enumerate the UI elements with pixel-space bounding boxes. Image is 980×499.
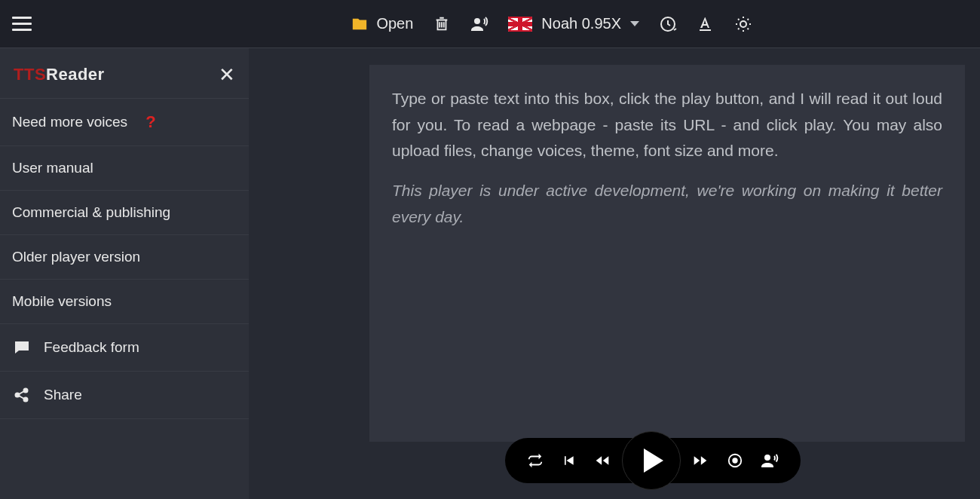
menu-hamburger-icon[interactable]: [12, 12, 36, 36]
open-label: Open: [376, 15, 413, 32]
svg-point-9: [764, 455, 770, 461]
sidebar-item-share[interactable]: Share: [0, 372, 249, 419]
placeholder-paragraph-2: This player is under active development,…: [392, 178, 942, 230]
sidebar-header: TTSReader ✕: [0, 48, 249, 99]
sidebar-item-feedback[interactable]: Feedback form: [0, 324, 249, 372]
sidebar-item-label: Need more voices: [12, 114, 127, 130]
chat-icon: [12, 338, 32, 357]
sidebar-item-label: Feedback form: [44, 339, 139, 356]
skip-start-button[interactable]: [561, 453, 576, 468]
loop-button[interactable]: [526, 452, 544, 469]
trash-button[interactable]: [433, 15, 451, 33]
text-editor[interactable]: Type or paste text into this box, click …: [369, 65, 965, 442]
sidebar-item-mobile[interactable]: Mobile versions: [0, 280, 249, 324]
play-icon: [644, 448, 663, 473]
sun-icon: [734, 15, 752, 33]
sidebar-item-manual[interactable]: User manual: [0, 146, 249, 191]
uk-flag-icon: [508, 17, 532, 32]
open-button[interactable]: Open: [351, 15, 413, 33]
close-sidebar-button[interactable]: ✕: [219, 65, 235, 84]
sidebar-item-label: User manual: [12, 160, 93, 176]
svg-point-3: [740, 21, 746, 27]
svg-point-0: [474, 18, 480, 24]
narrator-button[interactable]: [470, 15, 488, 33]
record-button[interactable]: [727, 452, 743, 469]
clock-history-icon: [659, 15, 677, 33]
sidebar-item-label: Mobile versions: [12, 293, 112, 310]
sidebar-item-older[interactable]: Older player version: [0, 235, 249, 280]
theme-button[interactable]: [734, 15, 752, 33]
font-button[interactable]: [697, 15, 715, 33]
font-icon: [697, 15, 715, 33]
brand-logo: TTSReader: [14, 65, 105, 84]
svg-point-8: [732, 458, 737, 463]
trash-icon: [433, 15, 451, 33]
player-bar: [505, 434, 801, 487]
svg-rect-2: [700, 29, 711, 31]
play-button[interactable]: [622, 431, 681, 490]
chevron-down-icon: [630, 21, 639, 26]
sidebar-item-voices[interactable]: Need more voices ?: [0, 99, 249, 146]
sidebar: TTSReader ✕ Need more voices ? User manu…: [0, 48, 249, 499]
question-icon: ?: [145, 112, 155, 132]
sidebar-item-label: Share: [44, 387, 82, 403]
brand-suffix: Reader: [46, 65, 105, 84]
folder-icon: [351, 15, 369, 33]
sidebar-item-label: Older player version: [12, 249, 140, 265]
placeholder-paragraph-1: Type or paste text into this box, click …: [392, 86, 942, 164]
person-voice-icon: [470, 15, 488, 33]
speaker-button[interactable]: [760, 452, 779, 470]
voice-selector[interactable]: Noah 0.95X: [508, 15, 639, 32]
sidebar-item-label: Commercial & publishing: [12, 204, 170, 221]
share-icon: [12, 385, 32, 405]
sidebar-item-commercial[interactable]: Commercial & publishing: [0, 191, 249, 235]
main-area: Type or paste text into this box, click …: [249, 48, 980, 499]
voice-label: Noah 0.95X: [541, 15, 621, 32]
forward-button[interactable]: [691, 453, 710, 468]
top-toolbar: Open Noah 0.95X: [0, 0, 980, 48]
rewind-button[interactable]: [593, 453, 612, 468]
brand-prefix: TTS: [14, 65, 46, 84]
history-button[interactable]: [659, 15, 677, 33]
